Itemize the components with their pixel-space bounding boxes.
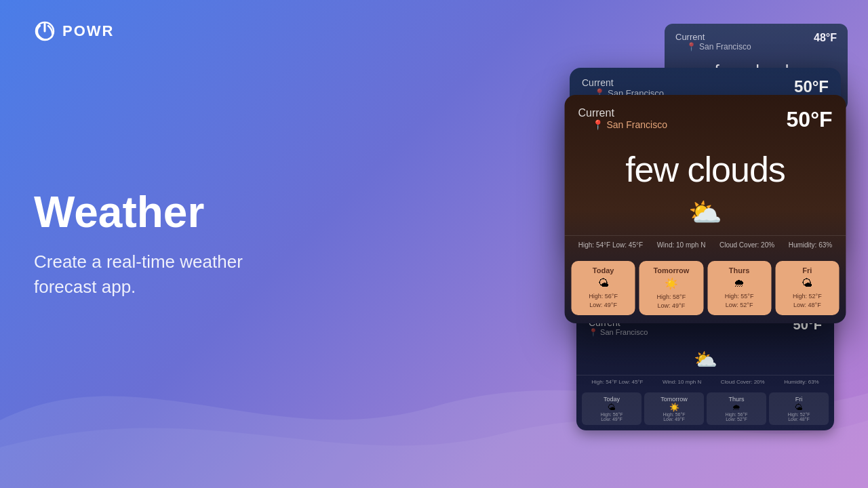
pin-icon-front: 📍 — [592, 119, 604, 130]
front-stats: High: 54°F Low: 45°F Wind: 10 mph N Clou… — [565, 235, 846, 254]
dark-fc-fri: Fri 🌤 High: 52°FLow: 48°F — [769, 392, 829, 425]
front-label: Current — [578, 107, 681, 119]
front-weather-icon: ⛅ — [565, 193, 846, 235]
pin-icon: 📍 — [686, 42, 696, 52]
dark-forecast: Today 🌤 High: 56°FLow: 49°F Tomorrow ☀️ … — [576, 388, 834, 430]
hero-subtitle: Create a real-time weatherforecast app. — [34, 250, 243, 300]
tiny-label: Current — [675, 32, 762, 42]
dark-fc-thurs: Thurs 🌧 High: 56°FLow: 52°F — [707, 392, 766, 425]
hero-content: Weather Create a real-time weatherforeca… — [34, 188, 243, 299]
dark-stats: High: 54°F Low: 45°F Wind: 10 mph N Clou… — [576, 375, 834, 388]
stat-cloud: Cloud Cover: 20% — [719, 241, 774, 249]
front-location: 📍 San Francisco — [578, 119, 681, 137]
dark-location: 📍 San Francisco — [589, 328, 648, 341]
front-condition: few clouds — [565, 142, 846, 193]
dark-fc-tomorrow: Tomorrow ☀️ High: 56°FLow: 49°F — [644, 392, 704, 425]
stat-humidity: Humidity: 63% — [789, 241, 832, 249]
brand-name: POWR — [62, 22, 114, 40]
tiny-temp: 48°F — [814, 32, 837, 44]
page-title: Weather — [34, 188, 243, 236]
mid-temp: 50°F — [794, 77, 829, 96]
weather-card-dark: Current 📍 San Francisco 50°F ⛅ High: 54°… — [576, 308, 834, 430]
dark-fc-today: Today 🌤 High: 56°FLow: 49°F — [582, 392, 642, 425]
powr-logo: POWR — [34, 20, 114, 42]
front-forecast: Today 🌤 High: 56°FLow: 49°F Tomorrow ☀️ … — [565, 254, 846, 323]
forecast-tomorrow: Tomorrow ☀️ High: 58°FLow: 49°F — [639, 261, 703, 315]
forecast-fri: Fri 🌤 High: 52°FLow: 48°F — [775, 261, 839, 315]
mid-label: Current — [582, 77, 676, 88]
front-temp: 50°F — [787, 107, 833, 132]
stat-wind: Wind: 10 mph N — [657, 241, 706, 249]
weather-cards-stack: Current 📍 San Francisco 48°F few clouds … — [563, 20, 848, 468]
powr-icon — [34, 20, 56, 42]
tiny-location: 📍 San Francisco — [675, 42, 762, 52]
forecast-thurs: Thurs 🌧 High: 55°FLow: 52°F — [707, 261, 771, 315]
dark-weather-icon: ⛅ — [576, 345, 834, 375]
forecast-today: Today 🌤 High: 56°FLow: 49°F — [572, 261, 635, 315]
stat-high-low: High: 54°F Low: 45°F — [578, 241, 643, 249]
weather-card-front: Current 📍 San Francisco 50°F few clouds … — [565, 95, 846, 323]
